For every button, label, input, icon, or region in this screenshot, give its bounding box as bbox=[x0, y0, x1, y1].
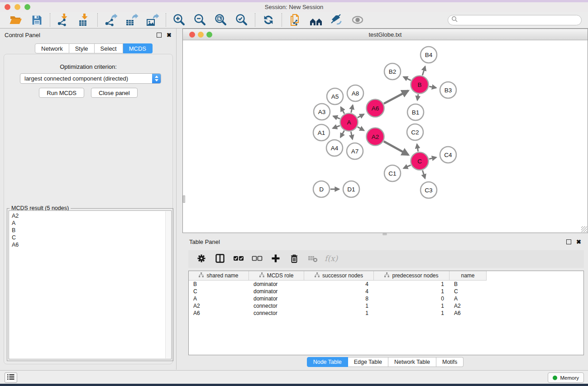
unselect-all-columns-button[interactable] bbox=[249, 252, 265, 267]
edge-C-C2[interactable] bbox=[417, 144, 418, 152]
search-input[interactable] bbox=[460, 17, 578, 23]
table-cell[interactable]: 8 bbox=[304, 295, 374, 302]
export-image-button[interactable] bbox=[145, 12, 160, 28]
export-table-button[interactable] bbox=[124, 12, 139, 28]
table-row[interactable]: A2connector11A2 bbox=[189, 302, 583, 310]
tab-motifs[interactable]: Motifs bbox=[436, 357, 464, 367]
network-canvas[interactable]: B4B2BB3A8A5A6A3B1AC2A1A2A4A7C4CC1DD1C3 bbox=[183, 40, 588, 233]
table-cell[interactable]: A bbox=[189, 295, 249, 302]
node-B1[interactable]: B1 bbox=[407, 104, 424, 120]
table-cell[interactable]: 4 bbox=[304, 288, 374, 295]
table-cell[interactable]: C bbox=[189, 288, 249, 295]
edge-B-B1[interactable] bbox=[417, 94, 418, 100]
refresh-view-button[interactable] bbox=[261, 12, 276, 28]
edge-A-A8[interactable] bbox=[351, 105, 353, 113]
zoom-out-button[interactable] bbox=[192, 12, 208, 28]
node-A1[interactable]: A1 bbox=[313, 124, 330, 141]
float-panel-icon[interactable] bbox=[157, 33, 162, 38]
import-network-button[interactable] bbox=[56, 12, 71, 28]
node-B4[interactable]: B4 bbox=[421, 47, 437, 63]
close-panel-icon[interactable]: ✖ bbox=[167, 32, 172, 38]
network-minimize-button[interactable] bbox=[198, 32, 204, 38]
float-table-panel-icon[interactable] bbox=[566, 239, 571, 244]
run-mcds-button[interactable]: Run MCDS bbox=[39, 88, 84, 98]
add-column-button[interactable] bbox=[267, 252, 284, 267]
edge-A-A5[interactable] bbox=[341, 107, 344, 114]
table-cell[interactable]: 1 bbox=[374, 310, 449, 316]
open-file-button[interactable] bbox=[8, 12, 24, 28]
table-cell[interactable]: 1 bbox=[304, 303, 374, 309]
table-cell[interactable]: 1 bbox=[304, 310, 374, 316]
table-cell[interactable]: B bbox=[189, 281, 249, 287]
node-D[interactable]: D bbox=[313, 181, 330, 197]
edge-A-A6[interactable] bbox=[358, 114, 364, 117]
open-cybrowser-button[interactable] bbox=[287, 12, 303, 28]
table-cell[interactable]: A2 bbox=[449, 303, 487, 309]
tab-select[interactable]: Select bbox=[95, 43, 123, 53]
edge-A-A1[interactable] bbox=[333, 126, 340, 129]
node-A6[interactable]: A6 bbox=[367, 100, 384, 117]
table-cell[interactable]: dominator bbox=[249, 281, 304, 287]
hide-labels-button[interactable] bbox=[329, 12, 344, 28]
edge-A-A2[interactable] bbox=[358, 127, 364, 130]
column-header-shared-name[interactable]: shared name bbox=[189, 271, 249, 281]
table-cell[interactable]: 0 bbox=[374, 295, 449, 302]
close-panel-button[interactable]: Close panel bbox=[91, 88, 138, 98]
table-cell[interactable]: 1 bbox=[374, 288, 449, 295]
edge-A2-C[interactable] bbox=[384, 141, 408, 155]
node-A8[interactable]: A8 bbox=[347, 85, 363, 101]
node-C3[interactable]: C3 bbox=[421, 182, 437, 198]
table-cell[interactable]: C bbox=[449, 288, 487, 295]
node-C4[interactable]: C4 bbox=[440, 147, 456, 163]
save-session-button[interactable] bbox=[29, 12, 44, 28]
table-cell[interactable]: dominator bbox=[249, 295, 304, 302]
select-all-columns-button[interactable] bbox=[230, 252, 247, 267]
window-resize-grip[interactable] bbox=[581, 226, 587, 232]
edge-B-B3[interactable] bbox=[429, 86, 436, 88]
table-cell[interactable]: A6 bbox=[449, 310, 487, 316]
node-C[interactable]: C bbox=[411, 152, 429, 170]
memory-button[interactable]: Memory bbox=[548, 372, 584, 383]
column-header-mcds-role[interactable]: MCDS role bbox=[249, 271, 304, 281]
mcds-result-item[interactable]: A6 bbox=[12, 241, 168, 248]
column-header-predecessor-nodes[interactable]: predecessor nodes bbox=[374, 271, 449, 281]
edge-B-B4[interactable] bbox=[422, 67, 425, 76]
tab-network[interactable]: Network bbox=[35, 43, 69, 53]
table-cell[interactable]: dominator bbox=[249, 288, 304, 295]
mcds-result-item[interactable]: B bbox=[12, 227, 168, 234]
node-B2[interactable]: B2 bbox=[384, 63, 401, 80]
task-history-button[interactable] bbox=[5, 372, 17, 383]
table-cell[interactable]: B bbox=[449, 281, 487, 287]
column-header-name[interactable]: name bbox=[449, 271, 487, 281]
table-cell[interactable]: A bbox=[449, 295, 487, 302]
node-A[interactable]: A bbox=[340, 114, 358, 131]
edge-A-A3[interactable] bbox=[333, 116, 340, 119]
node-D1[interactable]: D1 bbox=[343, 181, 359, 197]
node-B3[interactable]: B3 bbox=[440, 82, 456, 98]
splitter-collapse-handle[interactable] bbox=[183, 195, 185, 203]
tab-network-table[interactable]: Network Table bbox=[388, 357, 436, 367]
table-settings-button[interactable] bbox=[193, 252, 210, 267]
show-columns-button[interactable] bbox=[211, 252, 228, 267]
network-zoom-button[interactable] bbox=[206, 32, 212, 38]
mcds-result-item[interactable]: C bbox=[12, 234, 168, 241]
tab-mcds[interactable]: MCDS bbox=[123, 43, 153, 53]
optimization-criterion-dropdown[interactable]: largest connected component (directed) bbox=[20, 73, 161, 84]
export-network-button[interactable] bbox=[103, 12, 119, 28]
show-all-networks-button[interactable] bbox=[308, 12, 324, 28]
zoom-in-button[interactable] bbox=[172, 12, 187, 28]
table-row[interactable]: Adominator80A bbox=[189, 295, 583, 302]
table-cell[interactable]: 1 bbox=[374, 281, 449, 287]
table-cell[interactable]: A2 bbox=[189, 303, 249, 309]
tab-style[interactable]: Style bbox=[69, 43, 95, 53]
mcds-result-item[interactable]: A bbox=[12, 219, 168, 227]
node-B[interactable]: B bbox=[411, 76, 429, 94]
toggle-graphics-details-button[interactable] bbox=[350, 12, 365, 28]
node-A7[interactable]: A7 bbox=[347, 143, 363, 159]
edge-C-C1[interactable] bbox=[404, 165, 411, 168]
edge-A-A7[interactable] bbox=[351, 132, 352, 139]
edge-A6-B[interactable] bbox=[384, 91, 408, 104]
result-scrollbar[interactable] bbox=[165, 211, 171, 358]
node-A4[interactable]: A4 bbox=[326, 140, 343, 156]
table-cell[interactable]: A6 bbox=[189, 310, 249, 316]
